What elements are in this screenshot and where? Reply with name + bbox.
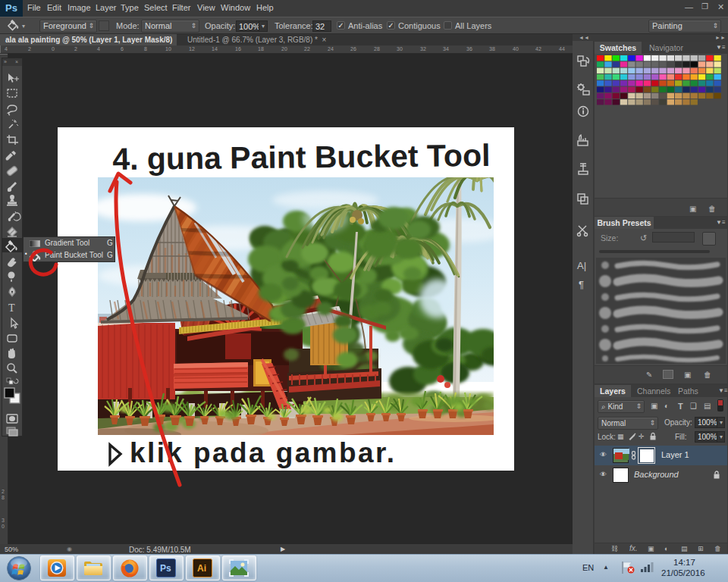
svg-text:Ai: Ai (197, 563, 206, 574)
svg-text:T: T (8, 302, 15, 314)
svg-text:¶: ¶ (579, 279, 584, 290)
svg-text:klik pada gambar.: klik pada gambar. (130, 437, 396, 468)
svg-text:A|: A| (577, 260, 586, 271)
svg-text:Ps: Ps (160, 563, 171, 574)
svg-text:4. guna Paint Bucket Tool: 4. guna Paint Bucket Tool (112, 138, 491, 177)
